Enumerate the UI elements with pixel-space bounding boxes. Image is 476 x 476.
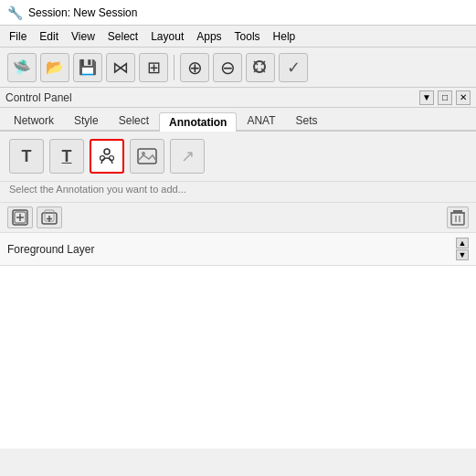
panel-controls: ▼ □ ✕ bbox=[419, 90, 471, 105]
svg-point-5 bbox=[104, 149, 110, 154]
zoom-fit-button[interactable] bbox=[246, 53, 275, 82]
zoom-out-button[interactable]: ⊖ bbox=[213, 53, 242, 82]
menu-tools[interactable]: Tools bbox=[229, 28, 266, 45]
menu-view[interactable]: View bbox=[66, 28, 100, 45]
foreground-layer-row: Foreground Layer ▲ ▼ bbox=[0, 233, 476, 266]
layer-down-button[interactable]: ▼ bbox=[456, 249, 469, 260]
app-icon: 🔧 bbox=[7, 5, 23, 20]
add-layer-icon bbox=[41, 209, 58, 226]
annotation-hint: Select the Annotation you want to add... bbox=[0, 182, 476, 203]
tab-select[interactable]: Select bbox=[109, 111, 159, 130]
delete-layer-button[interactable] bbox=[447, 206, 469, 228]
shape-icon bbox=[97, 146, 117, 166]
tab-annotation[interactable]: Annotation bbox=[159, 112, 237, 132]
main-content-area bbox=[0, 266, 476, 449]
layer-add-buttons bbox=[7, 206, 62, 228]
add-layer-button[interactable] bbox=[37, 206, 62, 228]
main-toolbar: 🛸 📂 💾 ⋈ ⊞ ⊕ ⊖ ✓ bbox=[0, 48, 476, 88]
foreground-layer-label: Foreground Layer bbox=[7, 243, 94, 256]
grid-button[interactable]: ⊞ bbox=[139, 53, 168, 82]
panel-resize-button[interactable]: □ bbox=[438, 90, 452, 105]
panel-close-button[interactable]: ✕ bbox=[456, 90, 471, 105]
toolbar-separator bbox=[174, 55, 175, 80]
shape-annotation-button[interactable] bbox=[90, 139, 124, 174]
layer-toolbar bbox=[0, 203, 476, 233]
share-button[interactable]: ⋈ bbox=[106, 53, 135, 82]
layer-up-button[interactable]: ▲ bbox=[456, 238, 469, 249]
svg-rect-18 bbox=[451, 213, 464, 225]
tab-anat[interactable]: ANAT bbox=[237, 111, 285, 130]
zoom-in-button[interactable]: ⊕ bbox=[180, 53, 209, 82]
menu-layout[interactable]: Layout bbox=[145, 28, 189, 45]
panel-title: Control Panel bbox=[5, 91, 72, 104]
layer-order-arrows: ▲ ▼ bbox=[456, 238, 469, 260]
menu-edit[interactable]: Edit bbox=[34, 28, 64, 45]
tab-sets[interactable]: Sets bbox=[286, 111, 328, 130]
panel-dropdown-button[interactable]: ▼ bbox=[419, 90, 434, 105]
menu-apps[interactable]: Apps bbox=[191, 28, 227, 45]
text-annotation-button[interactable]: T bbox=[9, 139, 44, 174]
image-annotation-button[interactable] bbox=[130, 139, 164, 174]
title-text: Session: New Session bbox=[28, 6, 137, 19]
arrow-annotation-button: ↗ bbox=[170, 139, 205, 174]
panel-header: Control Panel ▼ □ ✕ bbox=[0, 88, 476, 108]
check-button[interactable]: ✓ bbox=[279, 53, 308, 82]
open-button[interactable]: 📂 bbox=[40, 53, 69, 82]
add-group-icon bbox=[12, 209, 28, 226]
text2-annotation-button[interactable]: T bbox=[49, 139, 84, 174]
delete-icon bbox=[450, 209, 465, 226]
tab-style[interactable]: Style bbox=[64, 111, 109, 130]
menu-bar: File Edit View Select Layout Apps Tools … bbox=[0, 26, 476, 48]
tab-bar: Network Style Select Annotation ANAT Set… bbox=[0, 108, 476, 132]
add-group-button[interactable] bbox=[7, 206, 33, 228]
tab-network[interactable]: Network bbox=[4, 111, 64, 130]
session-button[interactable]: 🛸 bbox=[7, 53, 37, 82]
zoom-fit-icon bbox=[251, 58, 270, 77]
image-icon bbox=[137, 148, 157, 164]
title-bar: 🔧 Session: New Session bbox=[0, 0, 476, 26]
annotation-toolbar: T T ↗ bbox=[0, 132, 476, 182]
menu-file[interactable]: File bbox=[4, 28, 32, 45]
save-button[interactable]: 💾 bbox=[73, 53, 102, 82]
menu-select[interactable]: Select bbox=[102, 28, 143, 45]
menu-help[interactable]: Help bbox=[268, 28, 301, 45]
